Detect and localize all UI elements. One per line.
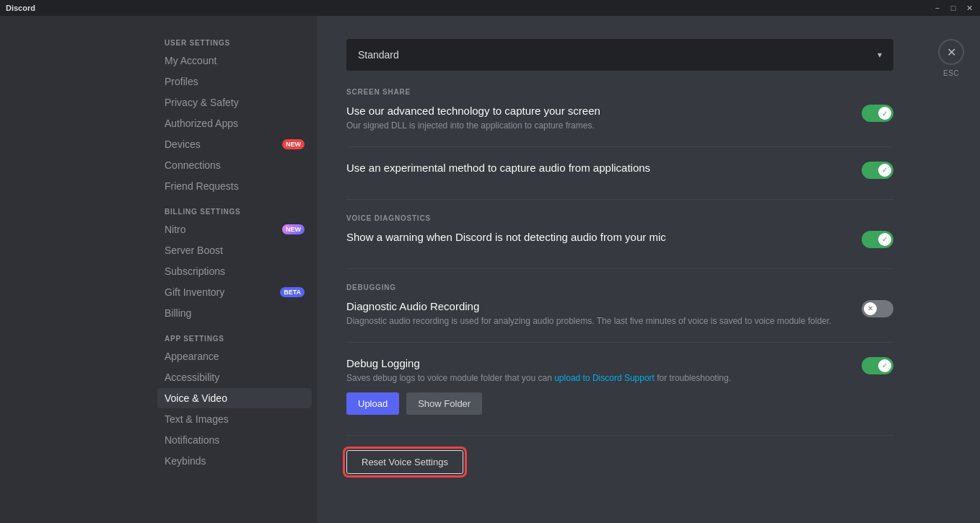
sidebar-item-server-boost[interactable]: Server Boost: [157, 240, 312, 260]
diagnostic-audio-toggle[interactable]: ✕: [862, 300, 893, 317]
sidebar-label-voice-video: Voice & Video: [165, 392, 227, 404]
audio-capture-toggle[interactable]: ✓: [862, 162, 893, 179]
mode-dropdown[interactable]: Standard ▾: [346, 39, 893, 71]
nitro-new-badge: NEW: [282, 224, 305, 234]
minimize-button[interactable]: −: [932, 3, 942, 13]
esc-close-button[interactable]: ✕: [938, 39, 964, 65]
toggle-knob-5: ✓: [878, 359, 891, 372]
screen-share-label: SCREEN SHARE: [346, 88, 893, 96]
settings-content: Standard ▾ SCREEN SHARE Use our advanced…: [318, 16, 922, 523]
esc-label: ESC: [943, 69, 959, 77]
mic-warning-text: Show a warning when Discord is not detec…: [346, 231, 844, 246]
sidebar-item-authorized-apps[interactable]: Authorized Apps: [157, 113, 312, 133]
debug-logging-row: Debug Logging Saves debug logs to voice …: [346, 357, 893, 384]
sidebar-label-keybinds: Keybinds: [165, 455, 206, 467]
toggle-knob-4: ✕: [864, 302, 877, 315]
audio-capture-title: Use an experimental method to capture au…: [346, 162, 844, 174]
voice-diagnostics-label: VOICE DIAGNOSTICS: [346, 214, 893, 222]
close-area: ✕ ESC: [922, 16, 980, 523]
sidebar-item-privacy-safety[interactable]: Privacy & Safety: [157, 92, 312, 113]
sidebar-item-voice-video[interactable]: Voice & Video: [157, 388, 312, 408]
sidebar-item-friend-requests[interactable]: Friend Requests: [157, 176, 312, 196]
sidebar-item-gift-inventory[interactable]: Gift Inventory BETA: [157, 282, 312, 302]
app-title: Discord: [6, 4, 35, 12]
sidebar-label-subscriptions: Subscriptions: [165, 265, 225, 277]
sidebar-label-my-account: My Account: [165, 55, 216, 66]
main-layout: USER SETTINGS My Account Profiles Privac…: [0, 16, 980, 523]
gift-inventory-beta-badge: BETA: [280, 287, 305, 297]
sidebar-label-appearance: Appearance: [165, 351, 219, 362]
check-icon-3: ✓: [882, 235, 888, 243]
sidebar-label-notifications: Notifications: [165, 434, 219, 446]
x-icon: ✕: [867, 304, 873, 312]
reset-voice-settings-button[interactable]: Reset Voice Settings: [346, 450, 463, 474]
debug-logging-text: Debug Logging Saves debug logs to voice …: [346, 357, 844, 384]
audio-capture-row: Use an experimental method to capture au…: [346, 162, 893, 179]
sidebar-item-text-images[interactable]: Text & Images: [157, 409, 312, 429]
sidebar-item-appearance[interactable]: Appearance: [157, 346, 312, 366]
diagnostic-audio-title: Diagnostic Audio Recording: [346, 300, 844, 312]
debugging-label: DEBUGGING: [346, 284, 893, 291]
sidebar-label-devices: Devices: [165, 139, 201, 150]
divider-5: [346, 435, 893, 436]
user-settings-label: USER SETTINGS: [157, 33, 312, 50]
upload-button[interactable]: Upload: [346, 392, 399, 415]
upload-link[interactable]: upload to Discord Support: [554, 373, 655, 383]
toggle-knob-3: ✓: [878, 233, 891, 246]
debug-buttons: Upload Show Folder: [346, 392, 893, 415]
sidebar-item-billing[interactable]: Billing: [157, 303, 312, 323]
sidebar-item-accessibility[interactable]: Accessibility: [157, 367, 312, 387]
sidebar-label-privacy-safety: Privacy & Safety: [165, 97, 239, 108]
sidebar-item-nitro[interactable]: Nitro NEW: [157, 219, 312, 239]
sidebar-item-devices[interactable]: Devices NEW: [157, 134, 312, 154]
sidebar-item-connections[interactable]: Connections: [157, 155, 312, 175]
mic-warning-title: Show a warning when Discord is not detec…: [346, 231, 844, 243]
advanced-capture-row: Use our advanced technology to capture y…: [346, 105, 893, 132]
mic-warning-row: Show a warning when Discord is not detec…: [346, 231, 893, 248]
maximize-button[interactable]: □: [948, 3, 958, 13]
billing-settings-label: BILLING SETTINGS: [157, 202, 312, 219]
show-folder-button[interactable]: Show Folder: [406, 392, 482, 415]
sidebar-label-connections: Connections: [165, 159, 221, 171]
devices-new-badge: NEW: [282, 139, 305, 149]
divider-3: [346, 268, 893, 269]
diagnostic-audio-row: Diagnostic Audio Recording Diagnostic au…: [346, 300, 893, 328]
sidebar-item-keybinds[interactable]: Keybinds: [157, 451, 312, 471]
sidebar-label-authorized-apps: Authorized Apps: [165, 118, 238, 129]
sidebar-item-my-account[interactable]: My Account: [157, 50, 312, 71]
mic-warning-toggle[interactable]: ✓: [862, 231, 893, 248]
sidebar-label-server-boost: Server Boost: [165, 245, 223, 256]
advanced-capture-desc: Our signed DLL is injected into the appl…: [346, 120, 844, 132]
divider-4: [346, 342, 893, 343]
debug-logging-title: Debug Logging: [346, 357, 844, 369]
advanced-capture-text: Use our advanced technology to capture y…: [346, 105, 844, 132]
toggle-knob: ✓: [878, 107, 891, 120]
divider-1: [346, 146, 893, 147]
reset-section: Reset Voice Settings: [346, 450, 893, 474]
close-x-icon: ✕: [947, 45, 956, 59]
check-icon-2: ✓: [882, 166, 888, 174]
chevron-down-icon: ▾: [878, 50, 882, 60]
sidebar-item-profiles[interactable]: Profiles: [157, 71, 312, 92]
content-wrapper: Standard ▾ SCREEN SHARE Use our advanced…: [318, 16, 980, 523]
sidebar-item-notifications[interactable]: Notifications: [157, 430, 312, 450]
sidebar-label-friend-requests: Friend Requests: [165, 180, 239, 192]
diagnostic-audio-desc: Diagnostic audio recording is used for a…: [346, 315, 844, 328]
app-settings-label: APP SETTINGS: [157, 329, 312, 346]
divider-2: [346, 199, 893, 200]
screen-share-section: SCREEN SHARE Use our advanced technology…: [346, 88, 893, 179]
debug-logging-desc: Saves debug logs to voice module folder …: [346, 372, 844, 384]
sidebar-label-accessibility: Accessibility: [165, 372, 219, 383]
voice-diagnostics-section: VOICE DIAGNOSTICS Show a warning when Di…: [346, 214, 893, 248]
sidebar-label-profiles: Profiles: [165, 76, 198, 87]
sidebar-label-text-images: Text & Images: [165, 413, 229, 425]
close-window-button[interactable]: ✕: [964, 3, 974, 13]
sidebar-label-nitro: Nitro: [165, 224, 186, 235]
advanced-capture-toggle[interactable]: ✓: [862, 105, 893, 122]
sidebar: USER SETTINGS My Account Profiles Privac…: [152, 16, 318, 523]
debug-logging-toggle[interactable]: ✓: [862, 357, 893, 374]
toggle-knob-2: ✓: [878, 164, 891, 177]
diagnostic-audio-text: Diagnostic Audio Recording Diagnostic au…: [346, 300, 844, 328]
sidebar-item-subscriptions[interactable]: Subscriptions: [157, 261, 312, 281]
sidebar-label-billing: Billing: [165, 307, 191, 319]
